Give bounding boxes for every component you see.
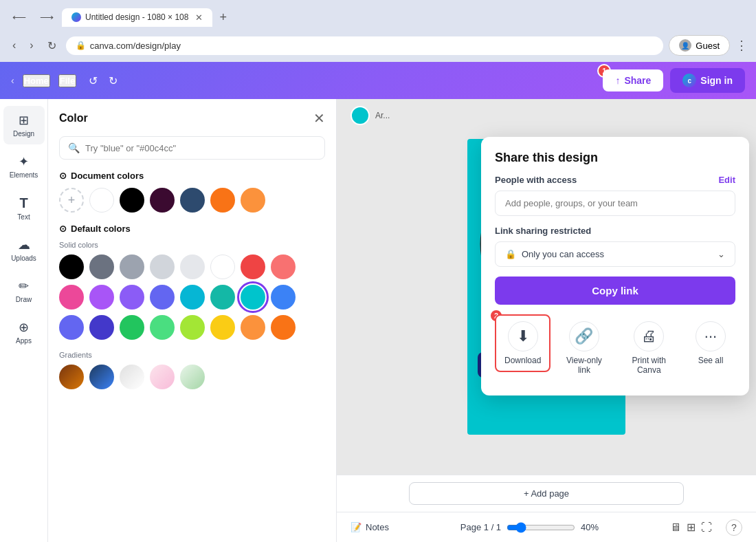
solid-light-green[interactable] bbox=[150, 315, 175, 340]
solid-purple-2[interactable] bbox=[120, 285, 144, 310]
guest-button[interactable]: 👤 Guest bbox=[669, 35, 730, 56]
sidebar-item-apps[interactable]: ⊕ Apps bbox=[3, 313, 45, 351]
uploads-icon: ☁ bbox=[18, 237, 30, 252]
solid-blue[interactable] bbox=[271, 285, 296, 310]
browser-menu-button[interactable]: ⋮ bbox=[735, 38, 748, 53]
guest-icon: 👤 bbox=[679, 39, 691, 52]
color-swatch-black[interactable] bbox=[120, 188, 144, 213]
color-search-input[interactable] bbox=[85, 143, 316, 153]
notes-button[interactable]: 📝 Notes bbox=[351, 522, 389, 532]
browser-tab[interactable]: Untitled design - 1080 × 108 ✕ bbox=[62, 8, 212, 27]
sidebar-item-text[interactable]: T Text bbox=[3, 188, 45, 228]
gradient-4[interactable] bbox=[150, 365, 175, 389]
sidebar-item-design[interactable]: ⊞ Design bbox=[3, 106, 45, 144]
nav-refresh-button[interactable]: ↻ bbox=[43, 36, 60, 55]
solid-pink[interactable] bbox=[59, 285, 84, 310]
share-icon: ↑ bbox=[615, 75, 620, 86]
solid-colors-label: Solid colors bbox=[59, 241, 325, 249]
people-access-row: People with access Edit bbox=[495, 175, 735, 185]
home-button[interactable]: Home bbox=[23, 74, 50, 87]
solid-purple-1[interactable] bbox=[89, 285, 114, 310]
solid-cyan[interactable] bbox=[180, 285, 205, 310]
print-canva-button[interactable]: 🖨 Print with Canva bbox=[618, 314, 680, 382]
view-buttons: 🖥 ⊞ ⛶ bbox=[670, 521, 712, 534]
color-indicator-bar: Ar... bbox=[351, 106, 390, 125]
sign-in-button[interactable]: c Sign in bbox=[670, 68, 745, 93]
sidebar-label-elements: Elements bbox=[10, 171, 38, 179]
solid-orange[interactable] bbox=[271, 315, 296, 340]
gradient-2[interactable] bbox=[89, 365, 114, 389]
browser-nav-bar: ‹ › ↻ 🔒 canva.com/design/play 👤 Guest ⋮ bbox=[0, 29, 756, 62]
solid-colors-grid bbox=[59, 254, 325, 340]
file-button[interactable]: File bbox=[58, 74, 76, 87]
access-dropdown[interactable]: 🔒 Only you can access ⌄ bbox=[495, 241, 735, 267]
desktop-view-button[interactable]: 🖥 bbox=[670, 521, 681, 534]
more-icon: ··· bbox=[696, 321, 726, 351]
color-swatch-orange[interactable] bbox=[210, 188, 235, 213]
edit-link[interactable]: Edit bbox=[718, 175, 735, 185]
solid-teal[interactable] bbox=[210, 285, 235, 310]
color-swatch-white[interactable] bbox=[89, 188, 114, 213]
address-bar[interactable]: 🔒 canva.com/design/play bbox=[66, 36, 664, 55]
color-swatch-dark-purple[interactable] bbox=[150, 188, 175, 213]
main-area: ⊞ Design ✦ Elements T Text ☁ Uploads ✏ D… bbox=[0, 99, 756, 542]
download-button[interactable]: ⬇ Download bbox=[495, 314, 551, 372]
gradient-5[interactable] bbox=[180, 365, 205, 389]
solid-gray-1[interactable] bbox=[89, 254, 114, 279]
sidebar-item-uploads[interactable]: ☁ Uploads bbox=[3, 230, 45, 269]
solid-white[interactable] bbox=[210, 254, 235, 279]
share-panel: Share this design People with access Edi… bbox=[481, 137, 749, 395]
search-icon: 🔍 bbox=[68, 142, 80, 153]
color-swatch-dark-blue[interactable] bbox=[180, 188, 205, 213]
nav-back-button[interactable]: ‹ bbox=[8, 36, 20, 54]
sidebar-label-text: Text bbox=[17, 213, 30, 221]
add-page-button[interactable]: + Add page bbox=[409, 482, 684, 505]
add-page-bar: + Add page bbox=[337, 475, 756, 512]
sidebar-item-elements[interactable]: ✦ Elements bbox=[3, 147, 45, 186]
gradient-1[interactable] bbox=[59, 365, 84, 389]
add-color-swatch[interactable]: + bbox=[59, 188, 84, 213]
add-people-input[interactable] bbox=[495, 191, 735, 216]
solid-lime[interactable] bbox=[180, 315, 205, 340]
browser-back-btn[interactable]: ⟵ bbox=[7, 9, 32, 25]
color-search-bar[interactable]: 🔍 bbox=[59, 136, 325, 160]
fullscreen-button[interactable]: ⛶ bbox=[701, 521, 712, 534]
design-icon: ⊞ bbox=[19, 113, 29, 128]
solid-rose[interactable] bbox=[271, 254, 296, 279]
color-panel-close-button[interactable]: ✕ bbox=[313, 110, 325, 127]
solid-yellow[interactable] bbox=[210, 315, 235, 340]
solid-blue-2[interactable] bbox=[59, 315, 84, 340]
browser-fwd-btn[interactable]: ⟶ bbox=[34, 9, 59, 25]
share-button[interactable]: ↑ Share bbox=[603, 69, 663, 91]
help-button[interactable]: ? bbox=[726, 519, 742, 536]
solid-dark-indigo[interactable] bbox=[89, 315, 114, 340]
solid-red[interactable] bbox=[241, 254, 265, 279]
notes-label: Notes bbox=[366, 522, 389, 532]
nav-forward-button[interactable]: › bbox=[25, 36, 37, 54]
solid-gray-4[interactable] bbox=[180, 254, 205, 279]
solid-black[interactable] bbox=[59, 254, 84, 279]
solid-indigo[interactable] bbox=[150, 285, 175, 310]
solid-amber[interactable] bbox=[241, 315, 265, 340]
solid-gray-2[interactable] bbox=[120, 254, 144, 279]
solid-green[interactable] bbox=[120, 315, 144, 340]
zoom-slider[interactable] bbox=[507, 522, 575, 533]
active-color-circle[interactable] bbox=[351, 106, 370, 125]
grid-view-button[interactable]: ⊞ bbox=[687, 521, 696, 534]
copy-link-button[interactable]: Copy link bbox=[495, 277, 735, 305]
solid-gray-3[interactable] bbox=[150, 254, 175, 279]
redo-button[interactable]: ↻ bbox=[104, 72, 122, 90]
tab-close-icon[interactable]: ✕ bbox=[195, 12, 203, 23]
gradients-grid bbox=[59, 365, 325, 389]
new-tab-button[interactable]: + bbox=[215, 10, 231, 25]
gradient-3[interactable] bbox=[120, 365, 144, 389]
document-colors-grid: + bbox=[59, 188, 325, 213]
sidebar-item-draw[interactable]: ✏ Draw bbox=[3, 272, 45, 310]
view-only-link-button[interactable]: 🔗 View-only link bbox=[556, 314, 612, 382]
color-swatch-light-orange[interactable] bbox=[241, 188, 265, 213]
see-all-button[interactable]: ··· See all bbox=[686, 314, 735, 382]
access-option-text: Only you can access bbox=[522, 249, 712, 259]
undo-button[interactable]: ↺ bbox=[85, 72, 102, 90]
solid-selected[interactable] bbox=[241, 285, 265, 310]
home-back-icon: ‹ bbox=[11, 75, 14, 86]
